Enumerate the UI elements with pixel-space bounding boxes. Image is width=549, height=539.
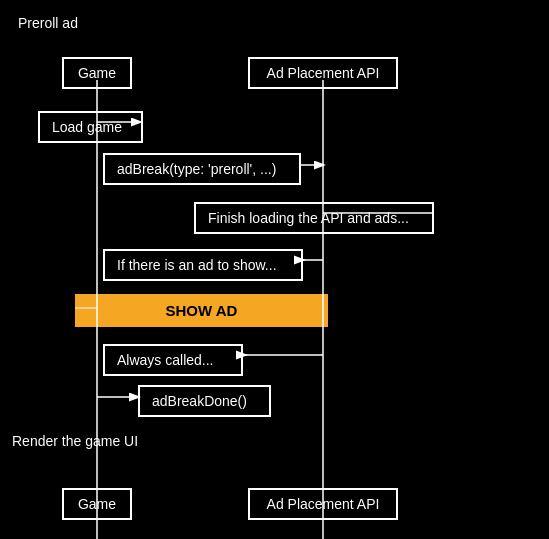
ad-api-top-box: Ad Placement API — [248, 57, 398, 89]
ad-break-call-box: adBreak(type: 'preroll', ...) — [103, 153, 301, 185]
finish-loading-box: Finish loading the API and ads... — [194, 202, 434, 234]
always-called-box: Always called... — [103, 344, 243, 376]
game-bottom-box: Game — [62, 488, 132, 520]
ad-break-done-box: adBreakDone() — [138, 385, 271, 417]
game-top-box: Game — [62, 57, 132, 89]
show-ad-box: SHOW AD — [75, 294, 328, 327]
render-label: Render the game UI — [12, 433, 138, 449]
preroll-label: Preroll ad — [18, 15, 78, 31]
if-ad-box: If there is an ad to show... — [103, 249, 303, 281]
load-game-box: Load game — [38, 111, 143, 143]
ad-api-bottom-box: Ad Placement API — [248, 488, 398, 520]
